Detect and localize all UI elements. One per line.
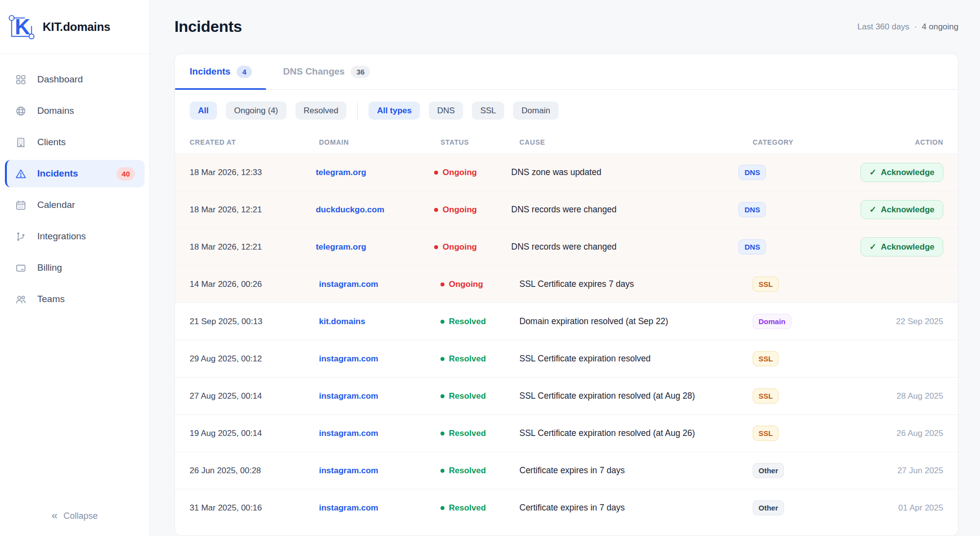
- filter-chip-ongoing[interactable]: Ongoing (4): [226, 102, 287, 120]
- domain-link[interactable]: kit.domains: [319, 317, 365, 326]
- filter-bar: All Ongoing (4) Resolved All types DNS S…: [175, 90, 958, 130]
- status-cell: Ongoing: [434, 242, 511, 252]
- created-at-cell: 26 Jun 2025, 00:28: [190, 466, 319, 476]
- category-badge: Other: [753, 500, 784, 515]
- acknowledge-label: Acknowledge: [881, 205, 934, 214]
- table-row: 29 Aug 2025, 00:12 instagram.com Resolve…: [175, 340, 958, 377]
- cause-cell: SSL Certificate expiration resolved (at …: [519, 428, 753, 438]
- sidebar-item-label: Clients: [37, 137, 66, 148]
- status-cell: Ongoing: [441, 280, 519, 289]
- sidebar-item-clients[interactable]: Clients: [5, 128, 145, 156]
- created-at-cell: 21 Sep 2025, 00:13: [190, 317, 319, 327]
- incidents-count-badge: 40: [117, 167, 135, 180]
- status-cell: Resolved: [441, 429, 519, 438]
- page-header: Incidents Last 360 days · 4 ongoing: [174, 0, 958, 53]
- acknowledge-button[interactable]: ✓Acknowledge: [860, 237, 943, 256]
- cause-cell: SSL Certificate expires 7 days: [519, 279, 753, 289]
- acknowledge-button[interactable]: ✓Acknowledge: [860, 200, 943, 219]
- collapse-label: Collapse: [64, 511, 98, 521]
- column-header-cause: CAUSE: [519, 138, 753, 146]
- domain-link[interactable]: instagram.com: [319, 354, 378, 363]
- sidebar-item-integrations[interactable]: Integrations: [5, 223, 145, 250]
- acknowledge-label: Acknowledge: [881, 243, 934, 251]
- tab-dns-changes[interactable]: DNS Changes 36: [283, 66, 370, 78]
- column-header-domain: DOMAIN: [319, 138, 441, 146]
- sidebar-item-domains[interactable]: Domains: [5, 97, 145, 125]
- status-dot-icon: [434, 245, 438, 249]
- table-row: 18 Mar 2026, 12:33 telegram.org Ongoing …: [175, 153, 958, 191]
- column-header-created-at: CREATED AT: [190, 138, 319, 146]
- cause-cell: SSL Certificate expiration resolved: [519, 354, 753, 364]
- domain-link[interactable]: telegram.org: [316, 168, 366, 177]
- tab-incidents-badge: 4: [237, 66, 251, 78]
- status-cell: Ongoing: [434, 205, 511, 215]
- tab-dns-changes-badge: 36: [351, 66, 370, 78]
- globe-icon: [15, 105, 26, 117]
- building-icon: [15, 136, 26, 148]
- sidebar-item-label: Incidents: [37, 168, 78, 179]
- acknowledge-label: Acknowledge: [881, 168, 934, 177]
- meta-separator: ·: [914, 22, 917, 32]
- filter-chip-dns[interactable]: DNS: [429, 102, 463, 120]
- domain-link[interactable]: instagram.com: [319, 429, 378, 438]
- alert-triangle-icon: [15, 168, 26, 179]
- svg-text:K: K: [15, 15, 30, 39]
- filter-chip-ssl[interactable]: SSL: [472, 102, 504, 120]
- cause-cell: Certificate expires in 7 days: [519, 465, 753, 476]
- period-label: Last 360 days: [858, 22, 909, 32]
- action-cell: ✓Acknowledge: [860, 237, 943, 256]
- category-badge: SSL: [753, 388, 779, 404]
- sidebar-item-billing[interactable]: Billing: [5, 254, 145, 281]
- created-at-cell: 18 Mar 2026, 12:33: [190, 168, 316, 178]
- check-icon: ✓: [869, 243, 876, 251]
- filter-divider: [357, 102, 358, 120]
- brand-name: KIT.domains: [43, 20, 110, 34]
- status-label: Resolved: [449, 317, 486, 327]
- sidebar-item-dashboard[interactable]: Dashboard: [5, 66, 145, 93]
- domain-link[interactable]: instagram.com: [319, 466, 378, 475]
- filter-chip-resolved[interactable]: Resolved: [295, 102, 347, 120]
- filter-chip-all[interactable]: All: [190, 102, 217, 120]
- domain-link[interactable]: instagram.com: [319, 280, 378, 289]
- tab-incidents[interactable]: Incidents 4: [190, 66, 252, 78]
- status-label: Ongoing: [442, 168, 477, 178]
- domain-link[interactable]: duckduckgo.com: [316, 205, 384, 214]
- action-cell: ✓Acknowledge: [860, 200, 943, 219]
- status-cell: Ongoing: [434, 168, 511, 178]
- table-row: 14 Mar 2026, 00:26 instagram.com Ongoing…: [175, 265, 958, 303]
- status-dot-icon: [441, 469, 444, 473]
- credit-card-icon: [15, 262, 26, 274]
- app-root: K KIT.domains Dashboard: [0, 0, 980, 536]
- status-dot-icon: [441, 357, 444, 361]
- filter-chip-all-types[interactable]: All types: [368, 102, 420, 120]
- acknowledge-button[interactable]: ✓Acknowledge: [860, 163, 943, 182]
- sidebar: K KIT.domains Dashboard: [0, 0, 150, 536]
- domain-link[interactable]: telegram.org: [316, 242, 366, 252]
- calendar-icon: [15, 199, 26, 211]
- status-label: Ongoing: [449, 280, 483, 289]
- check-icon: ✓: [869, 205, 876, 214]
- category-badge: Domain: [753, 314, 791, 329]
- sidebar-item-incidents[interactable]: Incidents 40: [5, 160, 145, 187]
- sidebar-item-calendar[interactable]: Calendar: [5, 191, 145, 219]
- resolved-date-cell: 22 Sep 2025: [878, 317, 943, 327]
- created-at-cell: 31 Mar 2025, 00:16: [190, 503, 319, 513]
- tab-label: Incidents: [190, 66, 230, 77]
- filter-chip-domain[interactable]: Domain: [513, 102, 559, 120]
- active-tab-underline: [175, 88, 266, 90]
- collapse-sidebar-button[interactable]: « Collapse: [0, 498, 149, 536]
- sidebar-item-teams[interactable]: Teams: [5, 285, 145, 313]
- sidebar-item-label: Dashboard: [37, 74, 83, 85]
- category-badge: SSL: [753, 426, 779, 441]
- status-dot-icon: [441, 320, 444, 324]
- brand-logo-icon: K: [8, 13, 36, 41]
- category-badge: DNS: [738, 165, 766, 180]
- incident-rows: 18 Mar 2026, 12:33 telegram.org Ongoing …: [175, 153, 958, 526]
- tab-label: DNS Changes: [283, 66, 345, 77]
- domain-link[interactable]: instagram.com: [319, 503, 378, 512]
- domain-link[interactable]: instagram.com: [319, 391, 378, 401]
- cause-cell: Domain expiration resolved (at Sep 22): [519, 316, 753, 327]
- created-at-cell: 18 Mar 2026, 12:21: [190, 242, 316, 252]
- category-badge: DNS: [738, 239, 766, 255]
- status-dot-icon: [434, 171, 438, 175]
